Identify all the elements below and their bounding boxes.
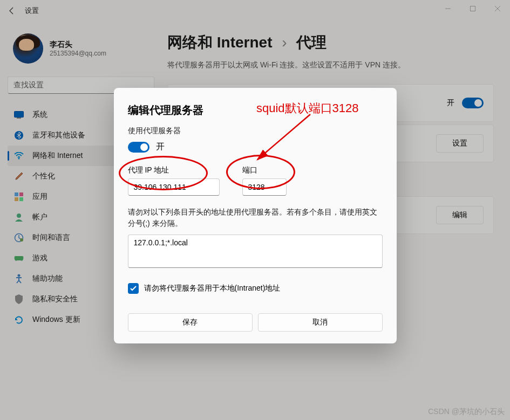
modal-backdrop: 编辑代理服务器 使用代理服务器 开 代理 IP 地址 端口 请勿对以下列条目开头… [0,0,510,420]
use-proxy-toggle[interactable] [128,142,149,153]
bypass-textarea[interactable] [128,235,383,268]
proxy-port-label: 端口 [242,166,287,175]
proxy-port-input[interactable] [242,178,287,196]
proxy-ip-label: 代理 IP 地址 [128,166,220,175]
watermark: CSDN @茅坑的小石头 [428,407,505,417]
bypass-description: 请勿对以下列条目开头的地址使用代理服务器。若有多个条目，请使用英文分号(;) 来… [128,206,383,229]
intranet-checkbox[interactable] [128,283,139,294]
save-button[interactable]: 保存 [128,313,253,332]
cancel-button[interactable]: 取消 [258,313,383,332]
intranet-label: 请勿将代理服务器用于本地(Intranet)地址 [144,284,281,293]
edit-proxy-modal: 编辑代理服务器 使用代理服务器 开 代理 IP 地址 端口 请勿对以下列条目开头… [114,88,397,343]
use-proxy-label: 使用代理服务器 [128,126,383,136]
proxy-ip-input[interactable] [128,178,220,196]
modal-title: 编辑代理服务器 [128,103,383,118]
